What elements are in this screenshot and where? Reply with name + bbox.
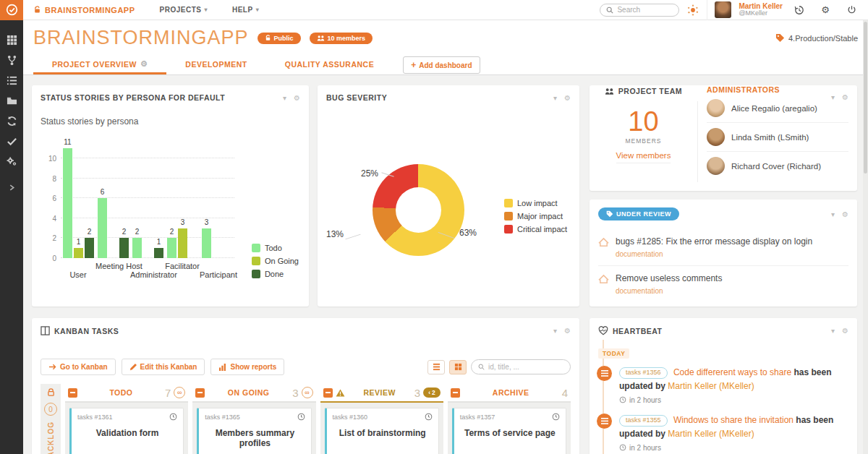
activity-user-link[interactable]: Martin Keller (MKeller) bbox=[668, 381, 754, 391]
task-ref-badge[interactable]: tasks #1355 bbox=[619, 415, 668, 427]
kanban-backlog-column[interactable]: 0 BACKLOG bbox=[41, 384, 61, 454]
sidebar-item-sync[interactable] bbox=[0, 111, 23, 131]
collapse-icon[interactable]: ▾ bbox=[831, 210, 835, 218]
admin-row[interactable]: Alice Regalio (aregalio) bbox=[707, 94, 848, 123]
task-title[interactable]: Validation form bbox=[77, 428, 177, 438]
sidebar-item-tasks[interactable] bbox=[0, 131, 23, 151]
task-ref[interactable]: tasks #1365 bbox=[205, 414, 240, 421]
search-input[interactable] bbox=[617, 6, 671, 14]
sidebar-item-dashboard[interactable] bbox=[0, 30, 23, 50]
global-search[interactable] bbox=[600, 4, 679, 17]
kanban-search-input[interactable] bbox=[488, 363, 561, 371]
list-icon bbox=[7, 75, 17, 86]
review-item-title[interactable]: Remove useless comments bbox=[616, 273, 722, 283]
task-ref[interactable]: tasks #1360 bbox=[333, 414, 368, 421]
gear-icon[interactable]: ⚙ bbox=[564, 327, 571, 335]
project-brand-link[interactable]: BRAINSTORMINGAPP bbox=[33, 6, 135, 14]
tab-quality-assurance[interactable]: QUALITY ASSURANCE bbox=[266, 56, 393, 74]
user-menu[interactable]: Martin Keller @MKeller bbox=[739, 2, 783, 17]
task-card[interactable]: tasks #1360 List of brainstorming bbox=[325, 408, 439, 454]
column-title: TODO bbox=[80, 388, 162, 397]
search-icon bbox=[478, 364, 485, 370]
activity-item: tasks #1355 Windows to share the invitat… bbox=[597, 414, 847, 453]
collapse-icon[interactable]: ▾ bbox=[283, 94, 286, 102]
task-title[interactable]: List of brainstorming bbox=[333, 428, 433, 438]
admin-row[interactable]: Richard Cover (Richard) bbox=[707, 152, 848, 180]
wip-unlimited-icon[interactable]: ∞ bbox=[302, 387, 313, 398]
show-reports-button[interactable]: Show reports bbox=[210, 359, 284, 375]
heartbeat-icon bbox=[598, 326, 608, 335]
admin-row[interactable]: Linda Smith (LSmith) bbox=[707, 123, 848, 152]
scrollbar-thumb[interactable] bbox=[864, 22, 867, 174]
clock-icon[interactable] bbox=[425, 413, 433, 421]
task-card[interactable]: tasks #1365 Members summary profiles bbox=[197, 408, 311, 454]
task-card[interactable]: tasks #1357 Terms of service page bbox=[452, 408, 566, 454]
clock-icon[interactable] bbox=[552, 413, 560, 421]
collapse-icon[interactable]: ▾ bbox=[553, 327, 557, 335]
gear-icon[interactable]: ⚙ bbox=[294, 94, 300, 102]
x-axis-label: Administrator bbox=[130, 270, 165, 279]
view-list-toggle[interactable] bbox=[427, 360, 445, 374]
sidebar-item-git[interactable] bbox=[0, 50, 23, 70]
legend-entry: On Going bbox=[252, 257, 299, 265]
clock-icon[interactable] bbox=[297, 413, 305, 421]
sidebar-expand-button[interactable] bbox=[0, 177, 23, 197]
user-avatar[interactable] bbox=[715, 1, 731, 18]
collapse-icon[interactable]: ▾ bbox=[831, 327, 835, 335]
logout-button[interactable] bbox=[842, 5, 861, 14]
gear-icon[interactable]: ⚙ bbox=[564, 94, 571, 102]
history-icon bbox=[794, 5, 804, 15]
pie-percent-label: 25% bbox=[361, 168, 378, 179]
task-title[interactable]: Members summary profiles bbox=[205, 428, 305, 448]
wip-unlimited-icon[interactable]: ∞ bbox=[174, 387, 185, 398]
task-ref-badge[interactable]: tasks #1356 bbox=[619, 367, 668, 379]
menu-help[interactable]: HELP ▾ bbox=[232, 6, 259, 14]
review-item[interactable]: Remove useless comments documentation bbox=[598, 266, 848, 302]
chevron-left-icon: ‹ bbox=[428, 389, 430, 396]
collapse-icon[interactable]: ▾ bbox=[553, 94, 557, 102]
task-title[interactable]: Terms of service page bbox=[460, 428, 560, 438]
review-item-title[interactable]: bugs #1285: Fix the error message displa… bbox=[616, 236, 812, 247]
check-icon bbox=[7, 136, 17, 147]
view-grid-toggle[interactable] bbox=[449, 360, 467, 374]
public-badge[interactable]: Public bbox=[258, 33, 301, 44]
add-dashboard-button[interactable]: + Add dashboard bbox=[403, 56, 480, 74]
gear-icon[interactable]: ⚙ bbox=[842, 210, 848, 218]
kanban-search[interactable] bbox=[471, 359, 571, 374]
activity-task-link[interactable]: Code differerent ways to share bbox=[673, 367, 791, 377]
sidebar-item-documents[interactable] bbox=[0, 90, 23, 111]
task-ref[interactable]: tasks #1361 bbox=[77, 414, 113, 421]
tab-project-overview[interactable]: PROJECT OVERVIEW ⚙ bbox=[33, 56, 166, 74]
review-item[interactable]: bugs #1285: Fix the error message displa… bbox=[598, 229, 848, 266]
sidebar-item-admin[interactable] bbox=[0, 151, 23, 171]
members-badge[interactable]: 10 members bbox=[310, 33, 373, 44]
tab-development[interactable]: DEVELOPMENT bbox=[166, 56, 265, 74]
history-button[interactable] bbox=[790, 5, 809, 15]
edit-this-kanban-button[interactable]: Edit this Kanban bbox=[122, 359, 205, 375]
task-ref[interactable]: tasks #1357 bbox=[460, 414, 495, 421]
sidebar-item-backlog[interactable] bbox=[0, 70, 23, 90]
x-axis-label: Participant bbox=[200, 270, 234, 279]
wip-limit-badge[interactable]: ‹2 bbox=[423, 387, 441, 398]
task-card[interactable]: tasks #1361 Validation form bbox=[69, 408, 184, 454]
collapse-column-icon[interactable] bbox=[195, 388, 205, 398]
activity-task-link[interactable]: Windows to share the invitation bbox=[673, 415, 793, 425]
settings-button[interactable]: ⚙ bbox=[816, 4, 835, 15]
menu-projects[interactable]: PROJECTS ▾ bbox=[160, 6, 208, 14]
collapse-column-icon[interactable] bbox=[323, 388, 333, 398]
gear-icon[interactable]: ⚙ bbox=[842, 327, 848, 335]
gear-icon[interactable]: ⚙ bbox=[140, 59, 148, 69]
review-item-tag[interactable]: documentation bbox=[616, 250, 812, 258]
review-item-tag[interactable]: documentation bbox=[616, 287, 722, 295]
brand-label: BRAINSTORMINGAPP bbox=[45, 6, 135, 14]
tribe-icon[interactable] bbox=[686, 4, 699, 17]
page-scrollbar[interactable] bbox=[863, 20, 868, 454]
archive-box-icon[interactable] bbox=[451, 388, 460, 398]
project-tag[interactable]: 4.Production/Stable bbox=[775, 33, 858, 43]
app-logo[interactable] bbox=[0, 0, 23, 20]
collapse-column-icon[interactable] bbox=[68, 388, 77, 398]
activity-user-link[interactable]: Martin Keller (MKeller) bbox=[668, 429, 754, 439]
clock-icon[interactable] bbox=[169, 413, 177, 421]
go-to-kanban-button[interactable]: Go to Kanban bbox=[41, 359, 116, 375]
view-members-link[interactable]: View members bbox=[616, 151, 671, 163]
